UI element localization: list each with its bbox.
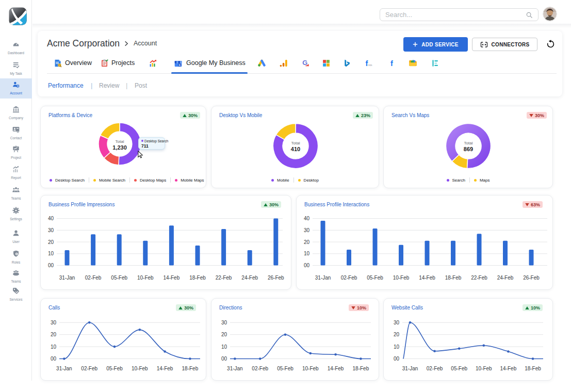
svg-text:10-Feb: 10-Feb: [132, 366, 148, 371]
svg-text:02-Feb: 02-Feb: [427, 366, 443, 371]
svg-text:26-Feb: 26-Feb: [523, 275, 540, 281]
svg-text:02-Feb: 02-Feb: [85, 275, 102, 281]
svg-text:40: 40: [48, 216, 54, 221]
svg-text:f: f: [366, 59, 368, 68]
svg-text:22-Feb: 22-Feb: [216, 275, 232, 281]
svg-text:05-Feb: 05-Feb: [111, 275, 127, 281]
svg-text:18-Feb: 18-Feb: [182, 366, 199, 371]
svg-text:14-Feb: 14-Feb: [419, 275, 435, 281]
svg-text:05-Feb: 05-Feb: [106, 366, 123, 371]
svg-text:14-Feb: 14-Feb: [164, 275, 180, 281]
svg-text:20: 20: [304, 239, 310, 245]
svg-text:10-Feb: 10-Feb: [476, 366, 492, 371]
svg-text:30: 30: [51, 320, 57, 325]
svg-text:26-Feb: 26-Feb: [268, 275, 284, 281]
svg-text:18-Feb: 18-Feb: [189, 275, 206, 281]
svg-text:10: 10: [48, 251, 54, 256]
svg-text:22-Feb: 22-Feb: [471, 275, 487, 281]
svg-text:00: 00: [48, 263, 54, 268]
svg-text:30: 30: [48, 227, 54, 233]
svg-text:18-Feb: 18-Feb: [353, 366, 369, 371]
svg-text:30: 30: [304, 227, 310, 233]
svg-text:14-Feb: 14-Feb: [500, 366, 517, 371]
svg-text:f: f: [390, 59, 393, 68]
svg-text:Ads: Ads: [368, 64, 372, 67]
svg-text:05-Feb: 05-Feb: [451, 366, 467, 371]
svg-text:10: 10: [221, 344, 227, 350]
svg-text:10-Feb: 10-Feb: [302, 366, 319, 371]
svg-text:18-Feb: 18-Feb: [525, 366, 541, 371]
svg-text:10-Feb: 10-Feb: [393, 275, 410, 281]
svg-text:30: 30: [221, 320, 227, 325]
svg-text:14-Feb: 14-Feb: [157, 366, 173, 371]
svg-text:10: 10: [394, 344, 400, 350]
svg-text:05-Feb: 05-Feb: [277, 366, 293, 371]
svg-text:10: 10: [304, 251, 310, 256]
svg-text:02-Feb: 02-Feb: [252, 366, 268, 371]
svg-text:18-Feb: 18-Feb: [445, 275, 462, 281]
svg-text:30: 30: [394, 320, 400, 325]
svg-text:00: 00: [304, 263, 310, 268]
svg-text:00: 00: [394, 356, 400, 362]
svg-text:31-Jan: 31-Jan: [402, 366, 418, 371]
svg-text:20: 20: [48, 239, 54, 245]
svg-text:31-Jan: 31-Jan: [59, 275, 75, 281]
svg-text:24-Feb: 24-Feb: [241, 275, 258, 281]
svg-text:14-Feb: 14-Feb: [328, 366, 344, 371]
svg-text:20: 20: [221, 332, 227, 337]
svg-text:10-Feb: 10-Feb: [137, 275, 154, 281]
svg-text:31-Jan: 31-Jan: [56, 366, 72, 371]
svg-text:24-Feb: 24-Feb: [497, 275, 514, 281]
svg-text:02-Feb: 02-Feb: [81, 366, 97, 371]
svg-text:20: 20: [394, 332, 400, 337]
svg-text:00: 00: [51, 356, 57, 362]
svg-text:02-Feb: 02-Feb: [341, 275, 357, 281]
svg-text:40: 40: [304, 216, 310, 221]
svg-text:20: 20: [51, 332, 57, 337]
svg-text:G: G: [178, 64, 181, 67]
svg-text:31-Jan: 31-Jan: [227, 366, 243, 371]
svg-text:10: 10: [51, 344, 57, 350]
svg-text:31-Jan: 31-Jan: [315, 275, 331, 281]
svg-text:00: 00: [221, 356, 227, 362]
svg-text:05-Feb: 05-Feb: [367, 275, 383, 281]
